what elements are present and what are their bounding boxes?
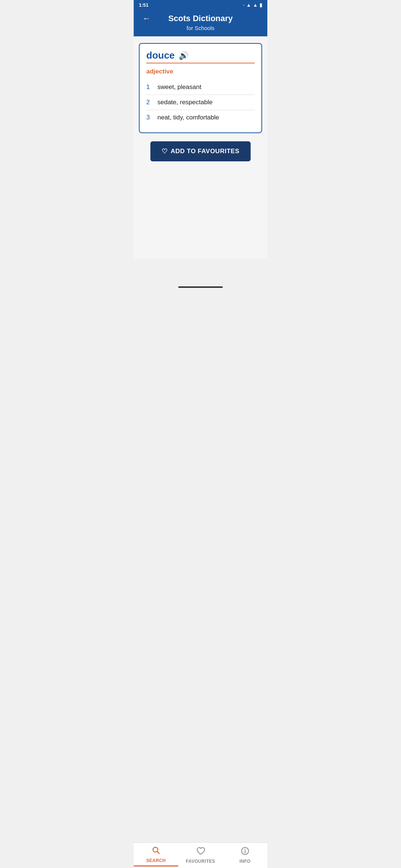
home-indicator — [178, 286, 223, 288]
add-to-favourites-button[interactable]: ♡ ADD TO FAVOURITES — [150, 141, 251, 161]
def-text-2: sedate, respectable — [157, 99, 255, 106]
main-content: douce 🔊 adjective 1 sweet, pleasant 2 se… — [134, 36, 267, 259]
def-number-1: 1 — [146, 83, 153, 91]
wifi-icon: ▲ — [246, 2, 251, 8]
word-row: douce 🔊 — [146, 50, 255, 61]
heart-icon: ♡ — [162, 147, 168, 155]
battery-icon: ▮ — [260, 2, 262, 8]
app-title: Scots Dictionary — [168, 14, 233, 23]
def-number-2: 2 — [146, 99, 153, 106]
definition-row-1: 1 sweet, pleasant — [146, 80, 255, 95]
app-header: ← Scots Dictionary for Schools — [134, 10, 267, 36]
def-text-1: sweet, pleasant — [157, 83, 255, 91]
status-bar: 1:51 · ▲ ▲ ▮ — [134, 0, 267, 10]
add-fav-label: ADD TO FAVOURITES — [171, 148, 239, 155]
status-time: 1:51 — [139, 2, 149, 8]
sound-icon[interactable]: 🔊 — [179, 51, 189, 60]
def-text-3: neat, tidy, comfortable — [157, 114, 255, 121]
word-divider — [146, 63, 255, 63]
add-fav-container: ♡ ADD TO FAVOURITES — [139, 141, 262, 161]
header-row: ← Scots Dictionary — [140, 14, 261, 23]
word-title: douce — [146, 50, 175, 61]
status-icons: · ▲ ▲ ▮ — [243, 2, 262, 8]
definition-row-2: 2 sedate, respectable — [146, 95, 255, 110]
definition-row-3: 3 neat, tidy, comfortable — [146, 110, 255, 125]
app-subtitle: for Schools — [186, 25, 214, 31]
word-type: adjective — [146, 68, 255, 75]
dot-icon: · — [243, 2, 245, 8]
back-arrow-icon: ← — [143, 14, 151, 23]
word-card: douce 🔊 adjective 1 sweet, pleasant 2 se… — [139, 43, 262, 133]
back-button[interactable]: ← — [140, 12, 154, 25]
signal-icon: ▲ — [253, 2, 258, 8]
def-number-3: 3 — [146, 114, 153, 121]
